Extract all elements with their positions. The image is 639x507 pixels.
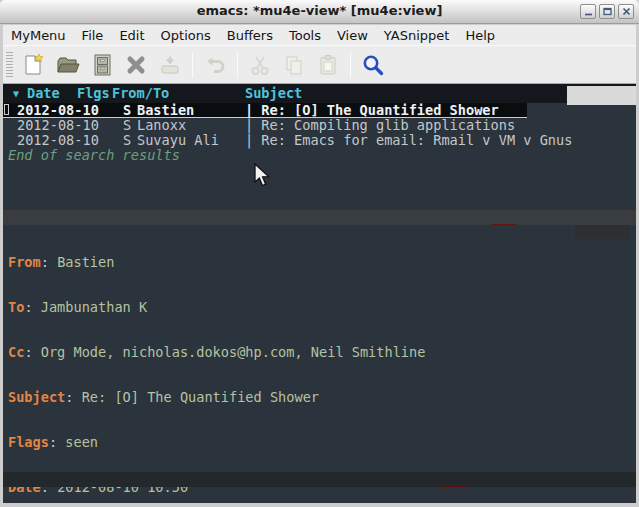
headers-column-header[interactable]: ▼ Date Flgs From/To Subject <box>3 84 636 103</box>
cut-button[interactable] <box>245 50 275 80</box>
window-controls <box>580 4 634 19</box>
toolbar-separator <box>192 52 193 78</box>
new-file-icon <box>23 53 45 77</box>
menu-item-yasnippet[interactable]: YASnippet <box>376 27 458 44</box>
row-subject: | Re: [O] The Quantified Shower <box>245 103 499 118</box>
header-from-value: Bastien <box>57 254 114 270</box>
emacs-content: ▼ Date Flgs From/To Subject 2012-08-10 S… <box>3 84 636 503</box>
row-date: 2012-08-10 <box>17 133 99 148</box>
menu-item-options[interactable]: Options <box>153 27 219 44</box>
menu-item-buffers[interactable]: Buffers <box>219 27 281 44</box>
column-flags: Flgs <box>77 86 110 101</box>
row-subject: | Re: Compiling glib applications <box>245 118 515 133</box>
new-file-button[interactable] <box>19 50 49 80</box>
echo-area[interactable] <box>3 487 636 503</box>
row-date: 2012-08-10 <box>17 118 99 133</box>
row-from: Lanoxx <box>137 118 186 133</box>
close-button[interactable] <box>618 4 634 19</box>
search-button[interactable] <box>358 50 388 80</box>
paste-icon <box>316 53 340 77</box>
emacs-window: emacs: *mu4e-view* [mu4e:view] MyMenu Fi… <box>0 0 639 507</box>
mouse-cursor <box>253 163 271 189</box>
header-cc-value: Org Mode, nicholas.dokos@hp.com, Neil Sm… <box>41 344 426 360</box>
close-icon <box>622 7 631 16</box>
message-row[interactable]: 2012-08-10 S Suvayu Ali | Re: Emacs for … <box>3 133 636 148</box>
header-flags-value: seen <box>65 434 98 450</box>
minimize-button[interactable] <box>580 4 596 19</box>
undo-button[interactable] <box>200 50 230 80</box>
column-from: From/To <box>112 86 169 101</box>
copy-button[interactable] <box>279 50 309 80</box>
maximize-button[interactable] <box>599 4 615 19</box>
row-from: Suvayu Ali <box>137 133 219 148</box>
paste-button[interactable] <box>313 50 343 80</box>
window-title: emacs: *mu4e-view* [mu4e:view] <box>0 3 639 18</box>
toolbar <box>3 45 636 84</box>
maximize-icon <box>603 7 612 16</box>
file-cabinet-icon <box>91 53 113 77</box>
header-to-label: To <box>8 299 24 315</box>
fringe-indicator <box>4 104 9 115</box>
column-date: Date <box>27 86 60 101</box>
menu-item-view[interactable]: View <box>329 27 376 44</box>
undo-icon <box>203 53 227 77</box>
search-icon <box>361 53 385 77</box>
toolbar-drag-handle[interactable] <box>6 52 13 78</box>
row-subject: | Re: Emacs for email: Rmail v VM v Gnus <box>245 133 572 148</box>
menu-item-mymenu[interactable]: MyMenu <box>3 27 74 44</box>
header-cc-label: Cc <box>8 344 24 360</box>
close-buffer-icon <box>124 53 148 77</box>
row-from: Bastien <box>137 103 194 118</box>
minimize-icon <box>584 7 593 16</box>
open-file-button[interactable] <box>53 50 83 80</box>
message-row[interactable]: 2012-08-10 S Lanoxx | Re: Compiling glib… <box>3 118 636 133</box>
message-view: From: Bastien To: Jambunathan K Cc: Org … <box>3 225 636 503</box>
close-buffer-button[interactable] <box>121 50 151 80</box>
header-flags-label: Flags <box>8 434 49 450</box>
cut-icon <box>248 53 272 77</box>
save-icon <box>158 53 182 77</box>
open-file-icon <box>56 53 80 77</box>
header-to-value: Jambunathan K <box>41 299 147 315</box>
header-subject-value: Re: [O] The Quantified Shower <box>82 389 319 405</box>
titlebar[interactable]: emacs: *mu4e-view* [mu4e:view] <box>0 0 639 24</box>
toolbar-separator <box>350 52 351 78</box>
row-flags: S <box>123 118 131 133</box>
dired-button[interactable] <box>87 50 117 80</box>
modeline-view[interactable]: *mu4e-view* ( 1, 0) [All/372] [mu4e:view… <box>3 472 636 487</box>
menu-item-help[interactable]: Help <box>457 27 503 44</box>
view-scrollbar-thumb[interactable] <box>575 225 630 239</box>
menu-item-tools[interactable]: Tools <box>281 27 329 44</box>
modeline-headers[interactable]: *mu4e-headers* ( 1, 0) [All/275] [mu4e-h… <box>3 210 636 225</box>
sort-descending-icon: ▼ <box>13 86 19 101</box>
toolbar-separator <box>237 52 238 78</box>
save-button[interactable] <box>155 50 185 80</box>
row-date: 2012-08-10 <box>17 103 99 118</box>
menu-bar: MyMenu File Edit Options Buffers Tools V… <box>3 25 636 45</box>
header-subject-label: Subject <box>8 389 65 405</box>
menu-item-file[interactable]: File <box>74 27 112 44</box>
row-flags: S <box>123 133 131 148</box>
message-row-selected[interactable]: 2012-08-10 S Bastien | Re: [O] The Quant… <box>3 103 636 118</box>
header-from-label: From <box>8 254 41 270</box>
end-of-search-results: End of search results <box>8 148 180 163</box>
column-subject: Subject <box>245 86 302 101</box>
row-flags: S <box>123 103 131 118</box>
menu-item-edit[interactable]: Edit <box>111 27 152 44</box>
copy-icon <box>282 53 306 77</box>
